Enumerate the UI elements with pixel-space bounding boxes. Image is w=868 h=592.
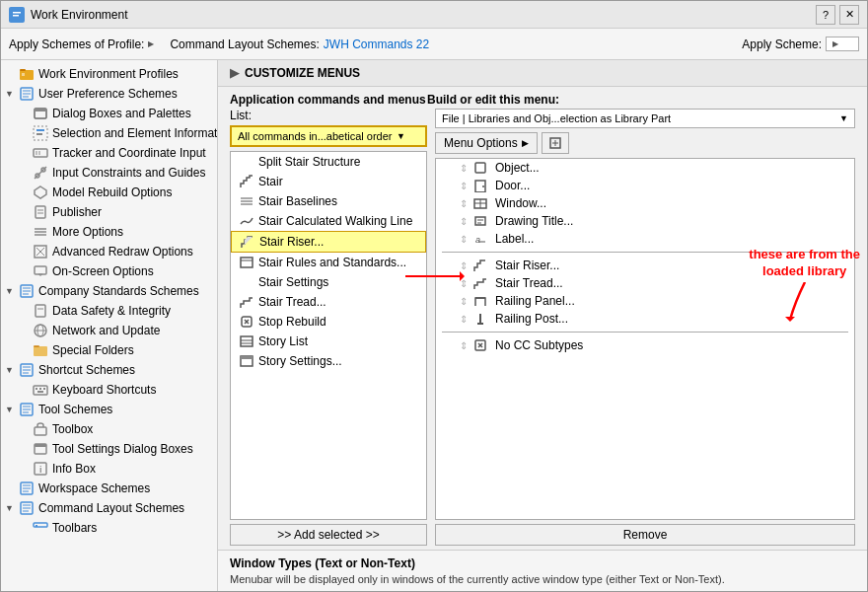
- svg-rect-58: [35, 444, 46, 447]
- svg-rect-22: [36, 206, 45, 218]
- file-dropdown[interactable]: File | Libraries and Obj...election as L…: [435, 109, 855, 128]
- customize-menus-title: CUSTOMIZE MENUS: [245, 66, 360, 80]
- cmd-story-settings[interactable]: Story Settings...: [231, 351, 426, 371]
- sidebar-label: Shortcut Schemes: [38, 363, 135, 377]
- sidebar-item-toolbars[interactable]: Toolbars: [1, 518, 217, 538]
- sidebar-item-tracker[interactable]: Tracker and Coordinate Input: [1, 143, 217, 163]
- expand-icon: ▼: [5, 365, 19, 375]
- sidebar-label: Network and Update: [52, 324, 160, 337]
- sidebar-item-shortcut-schemes[interactable]: ▼ Shortcut Schemes: [1, 360, 217, 380]
- add-selected-button[interactable]: >> Add selected >>: [230, 524, 427, 546]
- constraints-icon: [33, 165, 48, 181]
- menu-item-window[interactable]: ⇕ Window...: [436, 194, 854, 212]
- sidebar-item-toolbox[interactable]: Toolbox: [1, 419, 217, 439]
- sidebar-item-dialog-boxes[interactable]: Dialog Boxes and Palettes: [1, 104, 217, 123]
- sidebar-item-input-constraints[interactable]: Input Constraints and Guides: [1, 163, 217, 183]
- sidebar-item-advanced-redraw[interactable]: Advanced Redraw Options: [1, 242, 217, 261]
- cmd-stair-riser[interactable]: Stair Riser...: [231, 231, 426, 253]
- move-icon: ⇕: [460, 198, 468, 209]
- svg-rect-1: [13, 12, 21, 14]
- sidebar-item-data-safety[interactable]: Data Safety & Integrity: [1, 301, 217, 321]
- move-icon: ⇕: [460, 340, 468, 351]
- cmd-split-stair[interactable]: Split Stair Structure: [231, 152, 426, 172]
- cmd-stair-rules[interactable]: Stair Rules and Standards...: [231, 253, 426, 272]
- svg-text:a: a: [475, 235, 480, 245]
- menu-item-object[interactable]: ⇕ Object...: [436, 159, 854, 177]
- cmd-story-list[interactable]: Story List: [231, 332, 426, 351]
- move-icon: ⇕: [460, 234, 468, 245]
- menu-item-stair-tread[interactable]: ⇕ Stair Tread...: [436, 274, 854, 292]
- redraw-icon: [33, 244, 48, 259]
- menu-items-list[interactable]: ⇕ Object... ⇕ Door... ⇕ Window...: [435, 158, 855, 520]
- help-button[interactable]: ?: [816, 5, 835, 25]
- svg-rect-13: [36, 129, 44, 131]
- svg-rect-15: [34, 149, 47, 157]
- list-icon: [239, 333, 254, 349]
- sidebar-label: Workspace Schemes: [38, 481, 150, 495]
- window-title: Work Environment: [31, 8, 127, 22]
- list-label: List:: [230, 109, 252, 122]
- sidebar-item-work-env-profiles[interactable]: Work Environment Profiles: [1, 64, 217, 84]
- svg-rect-70: [36, 525, 37, 527]
- apply-scheme-label: Apply Scheme:: [742, 37, 822, 51]
- commands-dropdown[interactable]: All commands in...abetical order ▼: [230, 125, 427, 147]
- cmd-stair-settings[interactable]: Stair Settings: [231, 272, 426, 292]
- sidebar-item-publisher[interactable]: Publisher: [1, 202, 217, 222]
- menu-item-label[interactable]: ⇕ a Label...: [436, 230, 854, 248]
- sidebar-item-info-box[interactable]: i Info Box: [1, 459, 217, 479]
- cmd-stair-walking[interactable]: Stair Calculated Walking Line: [231, 211, 426, 231]
- story-settings-icon: [239, 353, 254, 369]
- toolbars-icon: [33, 520, 48, 536]
- svg-rect-5: [22, 73, 25, 76]
- svg-rect-2: [13, 15, 19, 17]
- settings-icon: [33, 441, 48, 457]
- svg-rect-74: [241, 258, 253, 267]
- header-arrow: ▶: [230, 66, 239, 80]
- apply-scheme-dropdown[interactable]: ▶: [826, 37, 859, 51]
- close-button[interactable]: ✕: [839, 5, 859, 25]
- sidebar-item-more-options[interactable]: More Options: [1, 222, 217, 242]
- sidebar-item-command-layout[interactable]: ▼ Command Layout Schemes: [1, 498, 217, 518]
- move-icon: ⇕: [460, 296, 468, 307]
- menu-options-button[interactable]: Menu Options ▶: [435, 132, 538, 154]
- toolbar: Apply Schemes of Profile: ▶ Command Layo…: [1, 29, 867, 60]
- sidebar-label: Company Standards Schemes: [38, 284, 199, 298]
- sidebar-item-keyboard-shortcuts[interactable]: Keyboard Shortcuts: [1, 380, 217, 400]
- baselines-icon: [239, 193, 254, 209]
- sidebar-item-on-screen[interactable]: On-Screen Options: [1, 261, 217, 281]
- menu-item-railing-post[interactable]: ⇕ Railing Post...: [436, 310, 854, 328]
- sidebar-label: Toolbox: [52, 422, 93, 436]
- sidebar-item-user-pref[interactable]: ▼ User Preference Schemes: [1, 84, 217, 104]
- sidebar-item-workspace-schemes[interactable]: Workspace Schemes: [1, 479, 217, 498]
- apply-schemes-label: Apply Schemes of Profile:: [9, 37, 144, 51]
- dialog-icon: [33, 106, 48, 121]
- tread-icon: [239, 294, 254, 310]
- cmd-stair-tread[interactable]: Stair Tread...: [231, 292, 426, 312]
- sidebar-label: Advanced Redraw Options: [52, 245, 193, 259]
- sidebar-item-tool-settings[interactable]: Tool Settings Dialog Boxes: [1, 439, 217, 459]
- menu-item-stair-riser[interactable]: ⇕ Stair Riser...: [436, 257, 854, 274]
- menu-item-drawing-title[interactable]: ⇕ Drawing Title...: [436, 212, 854, 230]
- sidebar-item-special-folders[interactable]: Special Folders: [1, 340, 217, 360]
- edit-menu-button[interactable]: [542, 132, 569, 154]
- cmd-icon: [239, 154, 254, 170]
- folder-icon: [19, 66, 35, 82]
- cmd-stair-baselines[interactable]: Stair Baselines: [231, 191, 426, 211]
- menu-item-door[interactable]: ⇕ Door...: [436, 177, 854, 194]
- menu-item-railing-panel[interactable]: ⇕ Railing Panel...: [436, 292, 854, 310]
- cmd-stop-rebuild[interactable]: Stop Rebuild: [231, 312, 426, 332]
- svg-rect-79: [241, 336, 253, 346]
- expand-icon: ▼: [5, 286, 19, 296]
- remove-button[interactable]: Remove: [435, 524, 855, 546]
- expand-icon: ▼: [5, 89, 19, 99]
- sidebar-item-company-standards[interactable]: ▼ Company Standards Schemes: [1, 281, 217, 301]
- workspace-icon: [19, 481, 35, 496]
- sidebar-item-tool-schemes[interactable]: ▼ Tool Schemes: [1, 400, 217, 419]
- sidebar-item-model-rebuild[interactable]: Model Rebuild Options: [1, 183, 217, 202]
- cmd-stair[interactable]: Stair: [231, 172, 426, 191]
- menu-item-no-cc[interactable]: ⇕ No CC Subtypes: [436, 336, 854, 354]
- sidebar-item-selection[interactable]: Selection and Element Information: [1, 123, 217, 143]
- info-icon: i: [33, 461, 48, 477]
- sidebar-item-network[interactable]: Network and Update: [1, 321, 217, 340]
- commands-list[interactable]: Split Stair Structure Stair: [230, 151, 427, 520]
